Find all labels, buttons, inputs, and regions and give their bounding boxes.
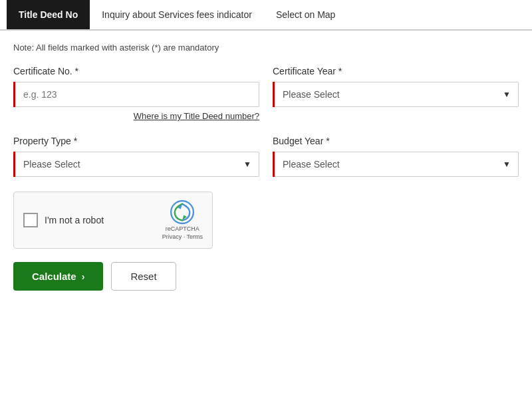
certificate-year-group: Certificate Year * Please Select ▼ <box>273 66 519 121</box>
content-area: Note: All fields marked with asterisk (*… <box>0 31 532 303</box>
certificate-no-input[interactable] <box>15 82 259 107</box>
budget-year-group: Budget Year * Please Select ▼ <box>273 136 519 177</box>
button-row: Calculate › Reset <box>13 262 519 291</box>
budget-year-label: Budget Year * <box>273 136 519 146</box>
property-type-select-wrapper: Please Select ▼ <box>13 152 259 177</box>
calculate-button[interactable]: Calculate › <box>13 262 103 291</box>
recaptcha-checkbox[interactable] <box>23 213 38 227</box>
property-type-group: Property Type * Please Select ▼ <box>13 136 259 177</box>
budget-year-select[interactable]: Please Select <box>275 152 519 177</box>
tab-title-deed[interactable]: Title Deed No <box>7 0 90 29</box>
tab-select-map[interactable]: Select on Map <box>264 0 348 29</box>
reset-button[interactable]: Reset <box>111 262 176 291</box>
certificate-no-group: Certificate No. * Where is my Title Deed… <box>13 66 259 121</box>
tab-bar: Title Deed No Inquiry about Services fee… <box>0 0 532 31</box>
form-row-1: Certificate No. * Where is my Title Deed… <box>13 66 519 121</box>
recaptcha-icon <box>170 200 194 224</box>
certificate-no-input-wrapper <box>13 82 259 107</box>
calculate-label: Calculate <box>32 271 76 282</box>
title-deed-link[interactable]: Where is my Title Deed number? <box>134 111 259 121</box>
certificate-year-label: Certificate Year * <box>273 66 519 76</box>
recaptcha-links: Privacy · Terms <box>162 233 203 240</box>
tab-services-fees[interactable]: Inquiry about Services fees indicator <box>90 0 264 29</box>
certificate-year-select-wrapper: Please Select ▼ <box>273 82 519 107</box>
recaptcha-logo: reCAPTCHA Privacy · Terms <box>162 200 203 240</box>
calculate-arrow-icon: › <box>82 271 85 282</box>
property-type-label: Property Type * <box>13 136 259 146</box>
form-row-2: Property Type * Please Select ▼ Budget Y… <box>13 136 519 177</box>
certificate-no-label: Certificate No. * <box>13 66 259 76</box>
recaptcha-brand-text: reCAPTCHA <box>166 225 200 232</box>
recaptcha-label: I'm not a robot <box>45 215 156 225</box>
page-wrapper: Title Deed No Inquiry about Services fee… <box>0 0 532 303</box>
recaptcha-box[interactable]: I'm not a robot reCAPTCHA Privacy · Term… <box>13 192 213 249</box>
property-type-select[interactable]: Please Select <box>15 152 259 177</box>
mandatory-note: Note: All fields marked with asterisk (*… <box>13 43 519 53</box>
budget-year-select-wrapper: Please Select ▼ <box>273 152 519 177</box>
certificate-year-select[interactable]: Please Select <box>275 82 519 107</box>
